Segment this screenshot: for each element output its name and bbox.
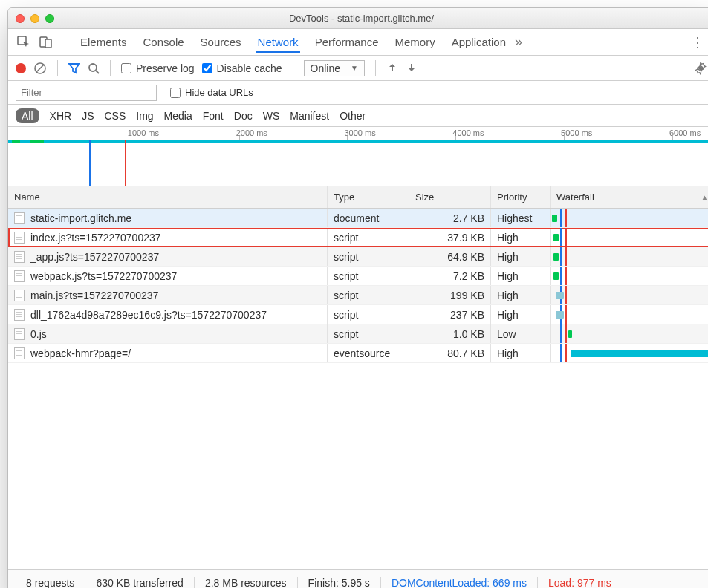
svg-rect-2: [45, 39, 51, 48]
table-row[interactable]: main.js?ts=1572270700237script199 KBHigh: [8, 286, 708, 305]
tab-memory[interactable]: Memory: [394, 31, 437, 53]
upload-har-icon[interactable]: [386, 62, 398, 74]
clear-button[interactable]: [33, 62, 47, 75]
type-filter-css[interactable]: CSS: [104, 110, 126, 122]
file-icon: [14, 212, 25, 224]
download-har-icon[interactable]: [406, 62, 418, 74]
request-waterfall: [551, 267, 708, 285]
table-row[interactable]: webpack-hmr?page=/eventsource80.7 KBHigh: [8, 344, 708, 363]
search-icon[interactable]: [88, 62, 100, 74]
table-row[interactable]: static-import.glitch.medocument2.7 KBHig…: [8, 209, 708, 228]
type-filter-all[interactable]: All: [16, 108, 39, 123]
request-name: 0.js: [30, 328, 47, 340]
type-filter-font[interactable]: Font: [203, 110, 224, 122]
preserve-log-checkbox[interactable]: Preserve log: [121, 62, 195, 74]
timeline-body: [8, 140, 708, 186]
table-row[interactable]: index.js?ts=1572270700237script37.9 KBHi…: [8, 228, 708, 247]
tab-application[interactable]: Application: [450, 31, 507, 53]
tab-network[interactable]: Network: [256, 31, 300, 53]
type-filter-ws[interactable]: WS: [263, 110, 280, 122]
svg-line-4: [36, 65, 44, 72]
throttling-select[interactable]: Online ▼: [304, 60, 365, 76]
request-waterfall: [551, 209, 708, 227]
timeline-overview[interactable]: 1000 ms2000 ms3000 ms4000 ms5000 ms6000 …: [8, 127, 708, 186]
col-waterfall[interactable]: Waterfall ▲: [551, 186, 708, 208]
chevron-down-icon: ▼: [351, 64, 358, 72]
more-tabs-button[interactable]: »: [510, 34, 527, 50]
tab-performance[interactable]: Performance: [314, 31, 380, 53]
table-row[interactable]: dll_1762a4d98a7289ec16c9.js?ts=157227070…: [8, 305, 708, 324]
col-type[interactable]: Type: [328, 186, 409, 208]
devtools-menu-button[interactable]: ⋮: [686, 34, 708, 50]
timeline-tick-label: 6000 ms: [669, 128, 701, 137]
request-size: 2.7 KB: [409, 209, 491, 227]
network-toolbar: Preserve log Disable cache Online ▼: [8, 56, 708, 81]
request-size: 7.2 KB: [409, 267, 491, 285]
type-filter-manifest[interactable]: Manifest: [290, 110, 329, 122]
request-name: webpack.js?ts=1572270700237: [30, 270, 177, 282]
table-row[interactable]: _app.js?ts=1572270700237script64.9 KBHig…: [8, 247, 708, 267]
request-name: static-import.glitch.me: [30, 212, 131, 224]
tab-console[interactable]: Console: [142, 31, 186, 53]
record-button[interactable]: [16, 63, 26, 74]
timeline-tick-label: 4000 ms: [452, 128, 484, 137]
request-priority: High: [491, 305, 551, 324]
filter-row: Hide data URLs: [8, 81, 708, 105]
svg-point-5: [89, 64, 97, 71]
request-waterfall: [551, 247, 708, 266]
type-filter-media[interactable]: Media: [164, 110, 192, 122]
request-priority: High: [491, 267, 551, 285]
type-filter-js[interactable]: JS: [82, 110, 94, 122]
request-type: document: [328, 209, 409, 227]
svg-line-6: [96, 71, 99, 74]
file-icon: [14, 232, 25, 244]
request-priority: Low: [491, 324, 551, 343]
request-priority: High: [491, 344, 551, 362]
type-filter-doc[interactable]: Doc: [234, 110, 253, 122]
request-priority: High: [491, 286, 551, 304]
col-name[interactable]: Name: [8, 186, 328, 208]
type-filter-other[interactable]: Other: [340, 110, 366, 122]
request-size: 237 KB: [409, 305, 491, 324]
devtools-tabs-row: ElementsConsoleSourcesNetworkPerformance…: [8, 29, 708, 56]
request-name: index.js?ts=1572270700237: [30, 232, 161, 244]
table-row[interactable]: 0.jsscript1.0 KBLow: [8, 324, 708, 344]
request-size: 37.9 KB: [409, 228, 491, 246]
throttling-value: Online: [311, 62, 340, 74]
hide-data-urls-checkbox[interactable]: Hide data URLs: [170, 87, 253, 98]
request-size: 199 KB: [409, 286, 491, 304]
disable-cache-checkbox[interactable]: Disable cache: [202, 62, 282, 74]
hide-data-urls-label: Hide data URLs: [185, 87, 253, 98]
filter-toggle-icon[interactable]: [68, 62, 80, 74]
tab-elements[interactable]: Elements: [79, 31, 129, 53]
file-icon: [14, 347, 25, 359]
request-type: script: [328, 267, 409, 285]
request-type: script: [328, 324, 409, 343]
col-size[interactable]: Size: [409, 186, 491, 208]
settings-icon[interactable]: [694, 62, 707, 75]
footer-finish: Finish: 5.95 s: [298, 577, 381, 589]
device-toolbar-icon[interactable]: [36, 33, 56, 52]
col-priority[interactable]: Priority: [491, 186, 551, 208]
request-size: 80.7 KB: [409, 344, 491, 362]
type-filter-img[interactable]: Img: [136, 110, 153, 122]
disable-cache-label: Disable cache: [217, 62, 282, 74]
request-type: script: [328, 305, 409, 324]
type-filter-xhr[interactable]: XHR: [50, 110, 72, 122]
request-priority: High: [491, 247, 551, 266]
request-name: _app.js?ts=1572270700237: [30, 251, 159, 263]
filter-input[interactable]: [16, 85, 157, 101]
file-icon: [14, 290, 25, 301]
svg-point-7: [699, 66, 703, 70]
resource-type-filters: AllXHRJSCSSImgMediaFontDocWSManifestOthe…: [8, 105, 708, 127]
timeline-tick-label: 2000 ms: [236, 128, 267, 137]
file-icon: [14, 328, 25, 340]
request-waterfall: [551, 344, 708, 362]
request-name: webpack-hmr?page=/: [30, 347, 131, 359]
tab-sources[interactable]: Sources: [199, 31, 243, 53]
request-name: main.js?ts=1572270700237: [30, 290, 158, 301]
request-name: dll_1762a4d98a7289ec16c9.js?ts=157227070…: [30, 309, 267, 321]
inspect-element-icon[interactable]: [14, 33, 33, 52]
footer-resources: 2.8 MB resources: [195, 577, 298, 589]
table-row[interactable]: webpack.js?ts=1572270700237script7.2 KBH…: [8, 267, 708, 286]
